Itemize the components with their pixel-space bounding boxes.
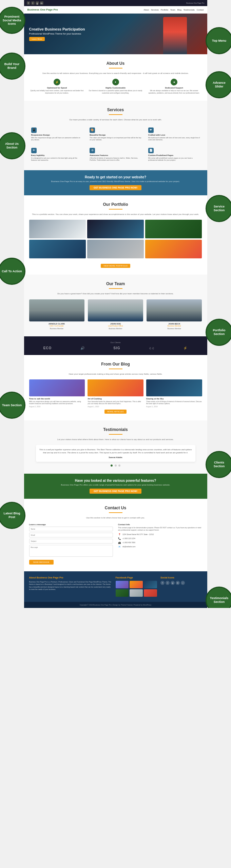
- contact-social-tw[interactable]: t: [123, 550, 127, 554]
- contact-name-input[interactable]: [29, 527, 113, 531]
- blog-button[interactable]: MORE ARTICLES: [104, 410, 127, 414]
- team-section: Our Team Do you have a great team? How d…: [24, 275, 207, 336]
- contact-info-col: Contact Info This contact page is for de…: [118, 524, 202, 565]
- contact-submit-button[interactable]: SEND MESSAGE: [29, 560, 54, 565]
- cta-section-1: Ready to get started on your website? Bu…: [24, 170, 207, 195]
- feature-icon-3: ★: [171, 79, 177, 85]
- blog-section: From Our Blog Have your target professio…: [24, 355, 207, 420]
- footer-social-li[interactable]: in: [176, 581, 180, 585]
- portfolio-item-2[interactable]: [87, 220, 144, 238]
- fax-icon: 📠: [118, 541, 121, 544]
- footer-thumb-5[interactable]: [130, 589, 143, 597]
- contact-subject-input[interactable]: [29, 539, 113, 544]
- contact-email: 📧 do@website.com: [118, 546, 202, 548]
- dot-1[interactable]: [111, 465, 113, 467]
- blog-item-2: Art of Cooking Your favourite books for …: [88, 379, 143, 408]
- bubble-clients: Clients Section: [206, 451, 231, 478]
- portfolio-grid: [29, 220, 202, 258]
- footer-thumb-4[interactable]: [116, 589, 129, 597]
- testimonials-title: Testimonials: [29, 427, 202, 432]
- top-bar-links: Business One Page Pro: [186, 2, 204, 4]
- footer-thumb-2[interactable]: [130, 581, 143, 588]
- footer-section: About Business One Page Pro Business One…: [24, 571, 207, 602]
- nav-link-team[interactable]: Team: [170, 9, 175, 11]
- footer-thumb-6[interactable]: [144, 589, 157, 597]
- contact-social-fb[interactable]: f: [118, 550, 122, 554]
- blog-post-date-1: August 2, 2019: [29, 406, 85, 408]
- portfolio-item-5[interactable]: [87, 240, 144, 258]
- hero-button[interactable]: Learn More: [29, 37, 45, 41]
- about-title: About Us: [29, 61, 202, 66]
- bubble-blog: Latest Blog Post: [0, 502, 25, 529]
- cta2-title: Have you looked at the various powerful …: [29, 479, 202, 482]
- bubble-top-menu: Top Menu: [206, 27, 231, 54]
- contact-section: Contact Us Use this section to let other…: [24, 499, 207, 571]
- nav-link-about[interactable]: About: [143, 9, 149, 11]
- portfolio-item-6[interactable]: [145, 240, 202, 258]
- portfolio-item-3[interactable]: [145, 220, 202, 238]
- nav-link-services[interactable]: Services: [151, 9, 159, 11]
- portfolio-item-1[interactable]: [29, 220, 86, 238]
- team-subtitle: Do you have a great team? How did you cr…: [29, 292, 202, 295]
- nav-links: About Services Portfolio Team Blog Testi…: [143, 9, 204, 11]
- dot-2[interactable]: [115, 465, 117, 467]
- footer-social-yt[interactable]: ♪: [181, 581, 185, 585]
- team-title: Our Team: [29, 281, 202, 286]
- footer-thumb-1[interactable]: [116, 581, 129, 588]
- contact-subtitle: Use this section to let others know how …: [29, 516, 202, 519]
- contact-social-li[interactable]: in: [133, 550, 137, 554]
- contact-fax-text: +1 800 456 7890: [122, 541, 135, 544]
- nav-link-blog[interactable]: Blog: [177, 9, 181, 11]
- footer-social-gp[interactable]: g: [171, 581, 175, 585]
- team-grid: ARNOLD CLARK CEO / Co-Founder Business M…: [29, 299, 202, 330]
- twitter-icon[interactable]: t: [31, 1, 35, 5]
- team-photo-2: [88, 299, 143, 321]
- contact-title: Contact Us: [29, 506, 202, 510]
- portfolio-section: Our Portfolio This is a portfolio sectio…: [24, 195, 207, 275]
- portfolio-title: Our Portfolio: [29, 202, 202, 207]
- footer-col-3: Social Icons f t g in ♪: [160, 576, 202, 597]
- footer-social-icons: f t g in ♪: [160, 581, 202, 585]
- contact-social-yt[interactable]: ▶: [138, 550, 142, 554]
- contact-message-textarea[interactable]: [29, 545, 113, 557]
- facebook-icon[interactable]: f: [27, 1, 30, 5]
- feature-title-1: Optimised for Speed: [29, 87, 85, 89]
- linkedin-icon[interactable]: in: [40, 1, 43, 5]
- service-item-6: 📄 Custom Predefined Pages We come with p…: [146, 146, 202, 163]
- footer-col1-text: Business One Page Pro is a Premium, Prof…: [29, 581, 112, 591]
- blog-divider: [109, 369, 122, 369]
- cta1-title: Ready to get started on your website?: [29, 175, 202, 179]
- team-photo-1: [29, 299, 84, 321]
- service-text-6: We come with predefined custom pages so …: [148, 157, 200, 161]
- address-icon: 📍: [118, 533, 121, 536]
- blog-item-3: Glazing at the Sky There exists a lot of…: [146, 379, 202, 408]
- nav-link-contact[interactable]: Contact: [197, 9, 204, 11]
- contact-social-gp[interactable]: g: [128, 550, 132, 554]
- footer-col-2: Facebook Page: [116, 576, 157, 597]
- hero-subtitle: Professional WordPress Theme for your bu…: [29, 33, 85, 35]
- nav-link-testimonials[interactable]: Testimonials: [184, 9, 195, 11]
- team-photo-3: [147, 299, 202, 321]
- portfolio-button[interactable]: VIEW MORE PORTFOLIO: [101, 264, 130, 268]
- feature-title-3: Dedicated Support: [146, 87, 202, 89]
- footer-social-fb[interactable]: f: [160, 581, 165, 585]
- blog-image-1: [29, 379, 85, 396]
- cta2-button[interactable]: GET BUSINESS ONE PAGE PRO NOW!: [90, 489, 141, 494]
- google-icon[interactable]: g: [36, 1, 39, 5]
- bubble-cta1: Call To Action: [0, 258, 25, 285]
- service-item-4: 👁 Easy legibility It is designed to suit…: [29, 146, 85, 163]
- client-logo-5: ⚡: [183, 346, 188, 350]
- nav-logo: Business One Page Pro: [27, 8, 58, 11]
- contact-info-text: This contact page is for demonstration p…: [118, 527, 202, 531]
- contact-fax: 📠 +1 800 456 7890: [118, 541, 202, 544]
- footer-social-tw[interactable]: t: [166, 581, 170, 585]
- blog-image-2: [88, 379, 143, 396]
- contact-phone-text: +1 800 123 1234: [122, 537, 135, 539]
- blog-grid: Time to salt the world With our responsi…: [29, 379, 202, 408]
- footer-thumb-3[interactable]: [144, 581, 157, 588]
- portfolio-item-4[interactable]: [29, 240, 86, 258]
- dot-3[interactable]: [118, 465, 120, 467]
- nav-link-portfolio[interactable]: Portfolio: [161, 9, 168, 11]
- contact-email-input[interactable]: [29, 533, 113, 537]
- cta1-button[interactable]: GET BUSINESS ONE PAGE PRO NOW!: [90, 185, 141, 190]
